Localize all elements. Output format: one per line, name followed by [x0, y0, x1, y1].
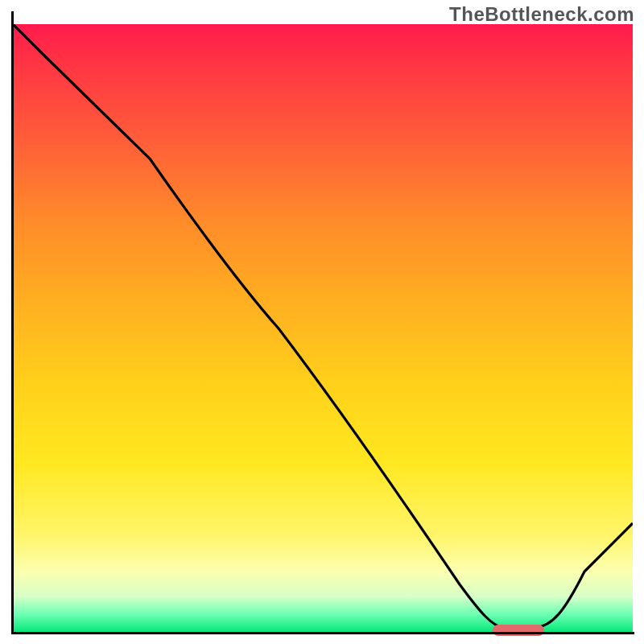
optimal-range-marker [493, 625, 544, 636]
watermark-text: TheBottleneck.com [449, 3, 634, 26]
bottleneck-curve [13, 24, 633, 633]
curve-path [13, 24, 633, 628]
chart-container: TheBottleneck.com [0, 0, 644, 644]
